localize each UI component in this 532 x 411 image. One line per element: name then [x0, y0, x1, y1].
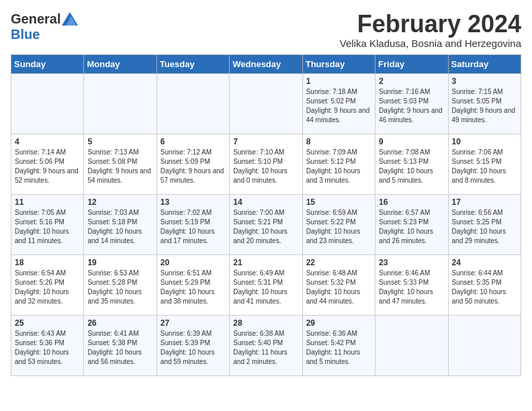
day-info: Sunrise: 6:48 AM Sunset: 5:32 PM Dayligh… — [306, 269, 371, 306]
day-number: 20 — [161, 258, 226, 267]
day-info: Sunrise: 7:18 AM Sunset: 5:02 PM Dayligh… — [306, 87, 371, 125]
day-info: Sunrise: 7:03 AM Sunset: 5:18 PM Dayligh… — [87, 208, 152, 246]
day-number: 9 — [379, 137, 444, 146]
calendar-cell: 1Sunrise: 7:18 AM Sunset: 5:02 PM Daylig… — [302, 73, 375, 134]
col-header-saturday: Saturday — [448, 54, 521, 73]
day-info: Sunrise: 7:14 AM Sunset: 5:06 PM Dayligh… — [15, 148, 80, 185]
day-info: Sunrise: 6:44 AM Sunset: 5:35 PM Dayligh… — [452, 269, 517, 306]
day-info: Sunrise: 6:51 AM Sunset: 5:29 PM Dayligh… — [161, 269, 226, 306]
day-info: Sunrise: 6:46 AM Sunset: 5:33 PM Dayligh… — [379, 269, 444, 306]
calendar-cell: 17Sunrise: 6:56 AM Sunset: 5:25 PM Dayli… — [448, 194, 521, 255]
day-info: Sunrise: 6:53 AM Sunset: 5:28 PM Dayligh… — [87, 269, 152, 306]
day-number: 7 — [233, 137, 298, 146]
day-number: 6 — [161, 137, 226, 146]
day-info: Sunrise: 7:08 AM Sunset: 5:13 PM Dayligh… — [379, 148, 444, 185]
calendar-cell: 2Sunrise: 7:16 AM Sunset: 5:03 PM Daylig… — [375, 73, 448, 134]
day-number: 22 — [306, 258, 371, 267]
day-info: Sunrise: 6:36 AM Sunset: 5:42 PM Dayligh… — [306, 329, 371, 367]
calendar-cell: 21Sunrise: 6:49 AM Sunset: 5:31 PM Dayli… — [230, 255, 302, 315]
calendar-cell: 7Sunrise: 7:10 AM Sunset: 5:10 PM Daylig… — [230, 134, 302, 194]
day-number: 21 — [233, 258, 298, 267]
calendar-cell: 16Sunrise: 6:57 AM Sunset: 5:23 PM Dayli… — [375, 194, 448, 255]
day-number: 10 — [452, 137, 517, 146]
calendar-cell: 8Sunrise: 7:09 AM Sunset: 5:12 PM Daylig… — [302, 134, 375, 194]
day-number: 11 — [15, 197, 80, 207]
calendar-cell — [448, 315, 521, 375]
day-info: Sunrise: 7:02 AM Sunset: 5:19 PM Dayligh… — [161, 208, 226, 246]
calendar-week-row: 25Sunrise: 6:43 AM Sunset: 5:36 PM Dayli… — [11, 315, 521, 375]
calendar-week-row: 4Sunrise: 7:14 AM Sunset: 5:06 PM Daylig… — [11, 134, 521, 194]
col-header-monday: Monday — [84, 54, 157, 73]
calendar-cell: 29Sunrise: 6:36 AM Sunset: 5:42 PM Dayli… — [302, 315, 375, 375]
day-info: Sunrise: 7:10 AM Sunset: 5:10 PM Dayligh… — [233, 148, 298, 185]
location-title: Velika Kladusa, Bosnia and Herzegovina — [340, 38, 521, 49]
day-number: 26 — [87, 318, 152, 328]
logo: General Blue — [11, 11, 78, 42]
day-number: 23 — [379, 258, 444, 267]
calendar-cell: 13Sunrise: 7:02 AM Sunset: 5:19 PM Dayli… — [157, 194, 229, 255]
day-number: 18 — [15, 258, 80, 267]
calendar-cell: 15Sunrise: 6:59 AM Sunset: 5:22 PM Dayli… — [302, 194, 375, 255]
calendar-cell: 26Sunrise: 6:41 AM Sunset: 5:38 PM Dayli… — [84, 315, 157, 375]
calendar-cell: 24Sunrise: 6:44 AM Sunset: 5:35 PM Dayli… — [448, 255, 521, 315]
calendar-cell — [84, 73, 157, 134]
day-number: 15 — [306, 197, 371, 207]
calendar-cell: 11Sunrise: 7:05 AM Sunset: 5:16 PM Dayli… — [11, 194, 84, 255]
title-block: February 2024 Velika Kladusa, Bosnia and… — [340, 11, 521, 49]
calendar-cell — [157, 73, 229, 134]
day-number: 28 — [233, 318, 298, 328]
day-number: 13 — [161, 197, 226, 207]
col-header-thursday: Thursday — [302, 54, 375, 73]
logo-blue-text: Blue — [11, 27, 40, 42]
calendar-cell: 9Sunrise: 7:08 AM Sunset: 5:13 PM Daylig… — [375, 134, 448, 194]
col-header-sunday: Sunday — [11, 54, 84, 73]
calendar-week-row: 18Sunrise: 6:54 AM Sunset: 5:26 PM Dayli… — [11, 255, 521, 315]
day-info: Sunrise: 6:59 AM Sunset: 5:22 PM Dayligh… — [306, 208, 371, 246]
calendar-cell: 6Sunrise: 7:12 AM Sunset: 5:09 PM Daylig… — [157, 134, 229, 194]
calendar-cell — [375, 315, 448, 375]
calendar-cell: 28Sunrise: 6:38 AM Sunset: 5:40 PM Dayli… — [230, 315, 302, 375]
day-number: 4 — [15, 137, 80, 146]
calendar-cell: 12Sunrise: 7:03 AM Sunset: 5:18 PM Dayli… — [84, 194, 157, 255]
day-number: 17 — [452, 197, 517, 207]
calendar-cell: 23Sunrise: 6:46 AM Sunset: 5:33 PM Dayli… — [375, 255, 448, 315]
calendar-cell: 18Sunrise: 6:54 AM Sunset: 5:26 PM Dayli… — [11, 255, 84, 315]
day-info: Sunrise: 7:16 AM Sunset: 5:03 PM Dayligh… — [379, 87, 444, 125]
day-number: 19 — [87, 258, 152, 267]
day-number: 25 — [15, 318, 80, 328]
calendar-cell: 27Sunrise: 6:39 AM Sunset: 5:39 PM Dayli… — [157, 315, 229, 375]
col-header-wednesday: Wednesday — [230, 54, 302, 73]
col-header-friday: Friday — [375, 54, 448, 73]
page-header: General Blue February 2024 Velika Kladus… — [11, 11, 521, 49]
day-info: Sunrise: 6:38 AM Sunset: 5:40 PM Dayligh… — [233, 329, 298, 367]
calendar-table: SundayMondayTuesdayWednesdayThursdayFrid… — [11, 54, 521, 376]
calendar-cell: 14Sunrise: 7:00 AM Sunset: 5:21 PM Dayli… — [230, 194, 302, 255]
day-info: Sunrise: 6:56 AM Sunset: 5:25 PM Dayligh… — [452, 208, 517, 246]
logo-general-text: General — [11, 11, 60, 27]
day-info: Sunrise: 7:00 AM Sunset: 5:21 PM Dayligh… — [233, 208, 298, 246]
day-info: Sunrise: 7:05 AM Sunset: 5:16 PM Dayligh… — [15, 208, 80, 246]
day-info: Sunrise: 6:39 AM Sunset: 5:39 PM Dayligh… — [161, 329, 226, 367]
calendar-cell — [230, 73, 302, 134]
calendar-cell: 25Sunrise: 6:43 AM Sunset: 5:36 PM Dayli… — [11, 315, 84, 375]
day-info: Sunrise: 7:15 AM Sunset: 5:05 PM Dayligh… — [452, 87, 517, 125]
day-info: Sunrise: 6:49 AM Sunset: 5:31 PM Dayligh… — [233, 269, 298, 306]
col-header-tuesday: Tuesday — [157, 54, 229, 73]
day-number: 29 — [306, 318, 371, 328]
day-number: 14 — [233, 197, 298, 207]
logo-icon — [62, 11, 78, 27]
calendar-week-row: 11Sunrise: 7:05 AM Sunset: 5:16 PM Dayli… — [11, 194, 521, 255]
day-info: Sunrise: 7:13 AM Sunset: 5:08 PM Dayligh… — [87, 148, 152, 185]
day-number: 1 — [306, 77, 371, 86]
day-info: Sunrise: 7:09 AM Sunset: 5:12 PM Dayligh… — [306, 148, 371, 185]
calendar-cell — [11, 73, 84, 134]
calendar-cell: 22Sunrise: 6:48 AM Sunset: 5:32 PM Dayli… — [302, 255, 375, 315]
day-info: Sunrise: 6:43 AM Sunset: 5:36 PM Dayligh… — [15, 329, 80, 367]
day-number: 16 — [379, 197, 444, 207]
month-title: February 2024 — [340, 11, 521, 38]
day-number: 3 — [452, 77, 517, 86]
day-info: Sunrise: 6:41 AM Sunset: 5:38 PM Dayligh… — [87, 329, 152, 367]
day-number: 27 — [161, 318, 226, 328]
day-number: 12 — [87, 197, 152, 207]
calendar-cell: 3Sunrise: 7:15 AM Sunset: 5:05 PM Daylig… — [448, 73, 521, 134]
